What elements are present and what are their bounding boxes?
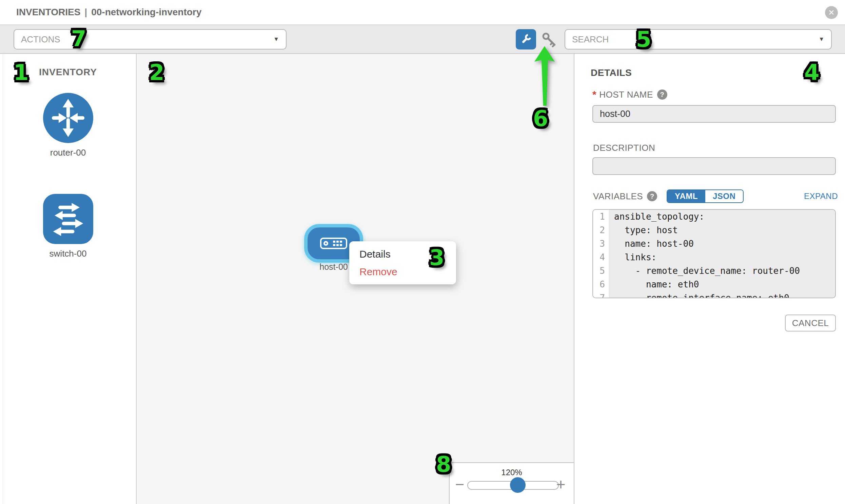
inventory-sidebar: INVENTORY router-00 <box>0 54 137 504</box>
zoom-control-panel: 120% − + <box>449 462 575 504</box>
zoom-out-button[interactable]: − <box>454 476 466 493</box>
green-arrow-up-icon <box>533 46 556 106</box>
variables-label: VARIABLES <box>593 191 643 202</box>
line-number: 6 <box>593 277 609 291</box>
line-code: type: host <box>609 223 835 237</box>
help-icon[interactable]: ? <box>657 89 667 100</box>
search-dropdown-label: SEARCH <box>572 34 609 45</box>
key-icon-glyph <box>541 32 557 48</box>
help-icon[interactable]: ? <box>647 191 657 201</box>
toggle-yaml[interactable]: YAML <box>667 190 705 202</box>
description-input[interactable] <box>592 157 836 175</box>
host-name-label: HOST NAME <box>599 89 653 100</box>
annotation-number-8: 8 <box>436 453 451 475</box>
details-heading: DETAILS <box>591 68 632 78</box>
close-glyph: ✕ <box>828 8 834 17</box>
line-number: 7 <box>593 291 609 298</box>
router-icon <box>43 93 93 143</box>
page-title: INVENTORIES|00-networking-inventory <box>16 0 201 24</box>
annotation-number-7: 7 <box>71 28 86 50</box>
actions-dropdown-label: ACTIONS <box>21 34 60 45</box>
actions-dropdown[interactable]: ACTIONS ▼ <box>14 29 286 50</box>
line-number: 3 <box>593 237 609 251</box>
annotation-number-2: 2 <box>149 62 164 84</box>
zoom-slider-thumb[interactable] <box>510 477 526 493</box>
app-root: INVENTORIES|00-networking-inventory ✕ AC… <box>0 0 845 504</box>
annotation-number-6: 6 <box>533 108 548 129</box>
line-number: 2 <box>593 223 609 237</box>
key-icon[interactable] <box>541 32 557 48</box>
code-line: 6 name: eth0 <box>593 277 835 291</box>
host-name-input[interactable] <box>592 105 836 123</box>
title-bar: INVENTORIES|00-networking-inventory ✕ <box>0 0 845 25</box>
search-dropdown[interactable]: SEARCH ▼ <box>565 29 832 50</box>
palette-item-label: switch-00 <box>0 249 136 259</box>
format-toggle: YAML JSON <box>667 190 744 203</box>
zoom-in-button[interactable]: + <box>555 476 567 493</box>
host-name-label-row: * HOST NAME ? <box>592 89 667 100</box>
breadcrumb-separator: | <box>85 7 87 17</box>
zoom-slider[interactable] <box>467 481 559 490</box>
breadcrumb-item: 00-networking-inventory <box>91 7 201 17</box>
breadcrumb-section: INVENTORIES <box>16 7 81 17</box>
toolbar: ACTIONS ▼ SEARCH ▼ <box>0 25 845 54</box>
code-line: 3 name: host-00 <box>593 237 835 251</box>
code-line: 2 type: host <box>593 223 835 237</box>
expand-link[interactable]: EXPAND <box>804 192 838 201</box>
line-code: name: host-00 <box>609 237 835 251</box>
line-code: links: <box>609 251 835 264</box>
help-glyph: ? <box>660 91 664 98</box>
topology-canvas[interactable]: host-00 Details Remove 120% − + <box>137 54 575 504</box>
wrench-icon <box>519 33 533 46</box>
line-code: ansible_topology: <box>609 210 835 223</box>
toggle-json[interactable]: JSON <box>705 190 743 202</box>
line-number: 1 <box>593 210 609 223</box>
description-label: DESCRIPTION <box>593 143 655 153</box>
details-panel: DETAILS * HOST NAME ? DESCRIPTION VARIAB… <box>575 54 845 504</box>
annotation-number-1: 1 <box>14 62 29 84</box>
palette-item-switch[interactable]: switch-00 <box>0 194 136 259</box>
code-line: 4 links: <box>593 251 835 264</box>
close-icon[interactable]: ✕ <box>825 6 838 19</box>
chevron-down-icon: ▼ <box>273 36 279 43</box>
line-code: name: eth0 <box>609 277 835 291</box>
chevron-down-icon: ▼ <box>818 36 824 43</box>
line-code: remote_interface_name: eth0 <box>609 291 835 298</box>
switch-icon <box>43 194 93 244</box>
required-asterisk: * <box>592 89 596 100</box>
line-number: 5 <box>593 264 609 277</box>
palette-item-label: router-00 <box>0 147 136 158</box>
variables-editor[interactable]: 1 ansible_topology: 2 type: host 3 name:… <box>592 209 836 298</box>
help-glyph: ? <box>650 193 654 200</box>
code-line: 7 remote_interface_name: eth0 <box>593 291 835 298</box>
cancel-button[interactable]: CANCEL <box>785 314 836 331</box>
variables-row: VARIABLES ? YAML JSON EXPAND <box>593 189 838 204</box>
host-icon <box>320 238 347 249</box>
annotation-number-3: 3 <box>429 247 444 268</box>
palette-item-router[interactable]: router-00 <box>0 93 136 158</box>
code-line: 5 - remote_device_name: router-00 <box>593 264 835 277</box>
line-code: - remote_device_name: router-00 <box>609 264 835 277</box>
annotation-number-4: 4 <box>804 62 820 84</box>
annotation-number-5: 5 <box>636 29 651 50</box>
code-line: 1 ansible_topology: <box>593 210 835 223</box>
line-number: 4 <box>593 251 609 264</box>
